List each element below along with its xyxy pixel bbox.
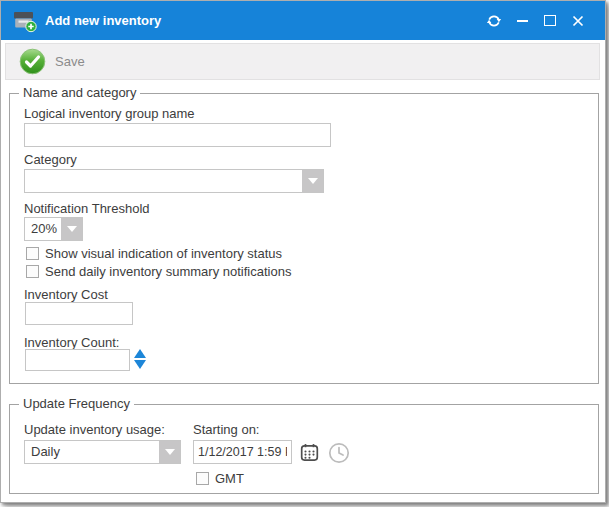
maximize-icon — [544, 15, 556, 26]
chevron-down-icon — [308, 178, 318, 184]
group-name-label: Logical inventory group name — [24, 106, 195, 121]
add-inventory-window: Add new inventory — [0, 0, 606, 503]
minimize-icon — [517, 20, 528, 22]
inventory-cost-label: Inventory Cost — [24, 287, 108, 302]
calendar-icon — [300, 443, 319, 462]
titlebar[interactable]: Add new inventory — [1, 1, 605, 40]
send-daily-label: Send daily inventory summary notificatio… — [45, 264, 291, 279]
time-picker-button[interactable] — [327, 441, 350, 464]
threshold-value: 20% — [25, 218, 61, 240]
inventory-count-input[interactable] — [25, 349, 130, 371]
toolbar: Save — [5, 43, 600, 80]
inventory-cost-input[interactable] — [25, 302, 133, 325]
maximize-button[interactable] — [536, 1, 564, 40]
save-label: Save — [55, 54, 85, 69]
refresh-button[interactable] — [480, 1, 508, 40]
category-select[interactable] — [24, 169, 324, 193]
save-check-icon — [19, 48, 46, 75]
category-dropdown-button[interactable] — [302, 170, 323, 192]
name-category-legend: Name and category — [19, 85, 140, 100]
usage-select[interactable]: Daily — [24, 440, 181, 464]
gmt-checkbox-row[interactable]: GMT — [196, 471, 244, 486]
window-title: Add new inventory — [45, 13, 161, 28]
threshold-dropdown-button[interactable] — [61, 218, 82, 240]
window-controls — [480, 1, 592, 40]
starting-on-input[interactable] — [193, 440, 292, 464]
clock-icon — [328, 442, 350, 464]
inventory-count-label: Inventory Count: — [24, 335, 119, 350]
show-visual-checkbox[interactable] — [26, 247, 39, 260]
starting-on-label: Starting on: — [193, 422, 260, 437]
calendar-picker-button[interactable] — [299, 442, 320, 463]
save-button[interactable]: Save — [6, 44, 95, 79]
usage-value: Daily — [25, 441, 159, 463]
close-button[interactable] — [564, 1, 592, 40]
chevron-down-icon — [67, 226, 77, 232]
count-spinner[interactable] — [134, 349, 146, 369]
threshold-label: Notification Threshold — [24, 201, 150, 216]
usage-dropdown-button[interactable] — [159, 441, 180, 463]
spin-down-icon — [134, 360, 146, 369]
category-label: Category — [24, 152, 77, 167]
show-visual-checkbox-row[interactable]: Show visual indication of inventory stat… — [26, 246, 282, 261]
gmt-label: GMT — [215, 471, 244, 486]
show-visual-label: Show visual indication of inventory stat… — [45, 246, 282, 261]
inventory-add-icon — [12, 9, 38, 33]
refresh-icon — [486, 13, 502, 29]
group-name-input[interactable] — [24, 123, 331, 147]
chevron-down-icon — [165, 449, 175, 455]
usage-label: Update inventory usage: — [24, 422, 165, 437]
update-frequency-legend: Update Frequency — [19, 396, 134, 411]
send-daily-checkbox[interactable] — [26, 265, 39, 278]
spin-up-icon — [134, 349, 146, 358]
send-daily-checkbox-row[interactable]: Send daily inventory summary notificatio… — [26, 264, 291, 279]
gmt-checkbox[interactable] — [196, 472, 209, 485]
close-icon — [572, 15, 584, 27]
category-value — [25, 170, 302, 192]
minimize-button[interactable] — [508, 1, 536, 40]
threshold-select[interactable]: 20% — [24, 217, 83, 241]
